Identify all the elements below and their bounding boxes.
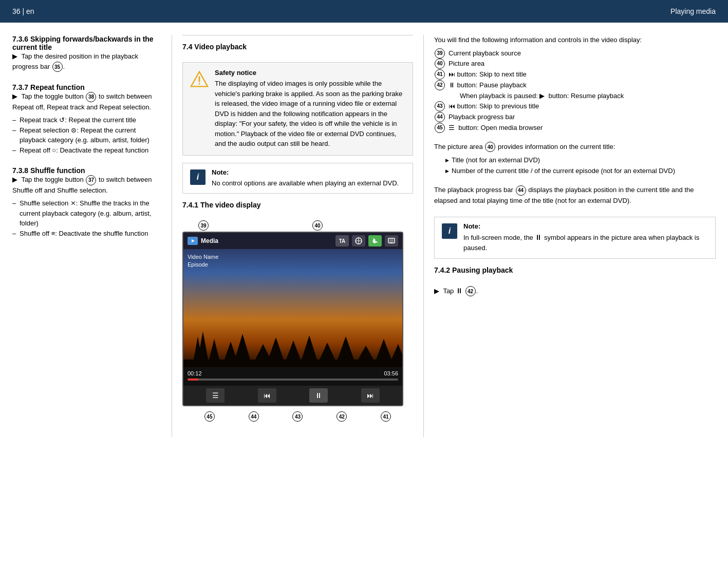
svg-rect-9 xyxy=(389,239,394,242)
circle-42-742: 42 xyxy=(465,286,476,296)
video-controls: ☰ ⏮ ⏸ ⏭ xyxy=(183,386,402,405)
note-text-2: In full-screen mode, the ⏸ symbol appear… xyxy=(463,232,708,253)
arrow-742: ▶ xyxy=(434,287,439,295)
note-title-1: Note: xyxy=(212,168,399,176)
shuffle-list: Shuffle selection ⨯: Shuffle the tracks … xyxy=(12,198,161,238)
pa-item-1: Title (not for an external DVD) xyxy=(446,155,716,166)
section-737-heading: 7.3.7 Repeat function xyxy=(12,83,161,91)
tree-silhouette xyxy=(183,326,403,367)
section-742: 7.4.2 Pausing playback xyxy=(434,266,716,274)
item-45-text: ☰ button: Open media browser xyxy=(449,123,543,134)
video-topbar: Media TA xyxy=(183,233,402,249)
phone-button[interactable] xyxy=(368,235,382,247)
circle-38: 38 xyxy=(86,92,96,102)
item-41: 41 ⏭ button: Skip to next title xyxy=(434,69,716,80)
circle-45: 45 xyxy=(435,123,445,133)
note-icon-2: i xyxy=(442,223,457,239)
repeat-off-item: Repeat off ○: Deactivate the repeat func… xyxy=(12,145,161,156)
circle-42-label: 42 xyxy=(337,411,347,422)
item-45: 45 ☰ button: Open media browser xyxy=(434,123,716,134)
repeat-list: Repeat track ↺: Repeat the current title… xyxy=(12,115,161,155)
item-42: 42 ⏸ button: Pause playback When playbac… xyxy=(434,80,716,102)
video-episode: Episode xyxy=(188,261,218,269)
right-column: You will find the following information … xyxy=(423,35,716,437)
picture-area-paragraph: The picture area 40 provides information… xyxy=(434,142,716,153)
map-button[interactable] xyxy=(352,235,365,247)
video-title: Video Name xyxy=(188,253,218,261)
progress-bar-track[interactable] xyxy=(188,378,398,381)
pa-item-2: Number of the current title / of the cur… xyxy=(446,166,716,177)
section-736-heading: 7.3.6 Skipping forwards/backwards in the… xyxy=(12,35,161,51)
video-display: Media TA xyxy=(182,232,403,406)
pausing-text: ▶ Tap ⏸ 42. xyxy=(434,286,716,297)
shuffle-selection-item: Shuffle selection ⨯: Shuffle the tracks … xyxy=(12,198,161,229)
repeat-track-item: Repeat track ↺: Repeat the current title xyxy=(12,115,161,125)
section-737: 7.3.7 Repeat function ▶ Tap the toggle b… xyxy=(12,83,161,155)
video-display-items: 39 Current playback source 40 Picture ar… xyxy=(434,48,716,134)
ta-button[interactable]: TA xyxy=(335,235,349,247)
note-box-2: i Note: In full-screen mode, the ⏸ symbo… xyxy=(434,217,716,259)
item-44-text: Playback progress bar xyxy=(449,112,515,123)
time-start: 00:12 xyxy=(188,370,202,376)
circle-44-inline: 44 xyxy=(516,185,526,196)
circle-44-label: 44 xyxy=(249,411,259,422)
media-source-icon xyxy=(188,237,198,245)
pause-button[interactable]: ⏸ xyxy=(309,388,328,403)
svg-rect-12 xyxy=(183,359,403,367)
circle-45-label: 45 xyxy=(204,411,215,422)
safety-title: Safety notice xyxy=(215,69,405,77)
right-intro: You will find the following information … xyxy=(434,35,716,45)
video-diagram: 39 40 Media TA xyxy=(182,220,413,422)
circle-41: 41 xyxy=(435,69,445,80)
picture-area-items: Title (not for an external DVD) Number o… xyxy=(434,155,716,177)
pause-icon-inline: ⏸ xyxy=(535,233,542,241)
page-header: 36 | en Playing media xyxy=(0,0,728,23)
item-43: 43 ⏮ button: Skip to previous title xyxy=(434,101,716,112)
main-content: 7.3.6 Skipping forwards/backwards in the… xyxy=(0,23,728,449)
warning-icon xyxy=(190,70,209,88)
arrow-icon-738: ▶ xyxy=(12,176,17,183)
next-button[interactable]: ⏭ xyxy=(361,388,380,403)
video-progress-area: 00:12 03:56 xyxy=(183,367,402,386)
item-40-text: Picture area xyxy=(449,59,484,69)
media-label: Media xyxy=(201,237,218,244)
item-42-text: ⏸ button: Pause playback When playback i… xyxy=(449,80,624,102)
circle-44: 44 xyxy=(435,112,445,122)
prev-button[interactable]: ⏮ xyxy=(258,388,276,403)
svg-point-2 xyxy=(198,83,200,84)
circle-35: 35 xyxy=(52,62,63,72)
section-738: 7.3.8 Shuffle function ▶ Tap the toggle … xyxy=(12,166,161,238)
circle-41-label: 41 xyxy=(381,411,391,422)
note-title-2: Note: xyxy=(463,222,708,230)
menu-control-button[interactable]: ☰ xyxy=(206,388,225,403)
circle-42: 42 xyxy=(435,80,445,90)
repeat-selection-item: Repeat selection ⊜: Repeat the current p… xyxy=(12,125,161,145)
safety-notice-box: Safety notice The displaying of video im… xyxy=(182,62,413,156)
time-end: 03:56 xyxy=(384,370,398,376)
screen-button[interactable] xyxy=(385,235,398,247)
item-39: 39 Current playback source xyxy=(434,48,716,59)
circle-43: 43 xyxy=(435,101,445,111)
section-title: Playing media xyxy=(670,7,716,15)
circle-39: 39 xyxy=(435,48,445,59)
circle-40-inline: 40 xyxy=(485,142,495,152)
note-icon-1: i xyxy=(190,169,206,185)
note-text-1: No control options are available when pl… xyxy=(212,178,399,188)
note-box-1: i Note: No control options are available… xyxy=(182,163,413,194)
progress-paragraph: The playback progress bar 44 displays th… xyxy=(434,185,716,205)
circle-37: 37 xyxy=(86,175,96,185)
left-column: 7.3.6 Skipping forwards/backwards in the… xyxy=(12,35,172,437)
section-741-heading: 7.4.1 The video display xyxy=(182,201,413,209)
video-content: Video Name Episode xyxy=(183,249,402,367)
item-43-text: ⏮ button: Skip to previous title xyxy=(449,101,539,112)
item-40: 40 Picture area xyxy=(434,59,716,69)
circle-40: 40 xyxy=(435,59,445,69)
arrow-icon-737: ▶ xyxy=(12,92,17,100)
middle-column: 7.4 Video playback Safety notice The dis… xyxy=(172,35,423,437)
progress-bar-fill xyxy=(188,378,198,381)
shuffle-off-item: Shuffle off ≡: Deactivate the shuffle fu… xyxy=(12,229,161,239)
safety-text: The displaying of video images is only p… xyxy=(215,79,405,149)
arrow-icon: ▶ xyxy=(12,52,17,60)
item-44: 44 Playback progress bar xyxy=(434,112,716,123)
circle-43-label: 43 xyxy=(292,411,303,422)
